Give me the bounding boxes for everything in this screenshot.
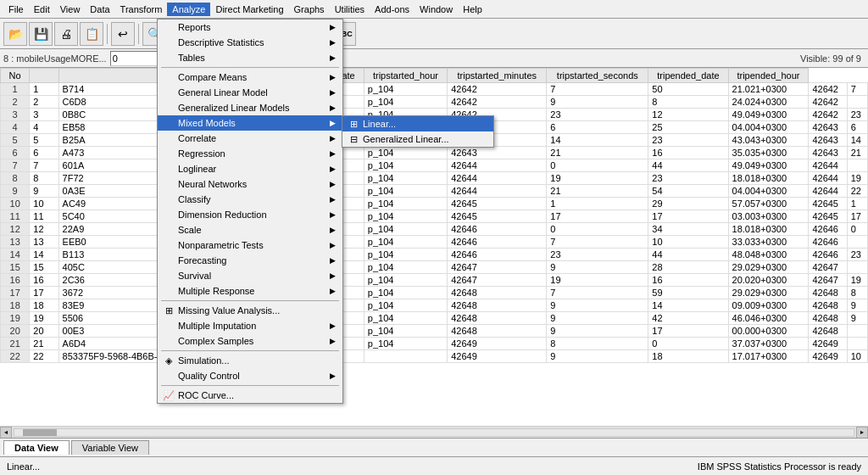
cell[interactable]: 48.048+0300 (728, 249, 809, 261)
cell[interactable]: 16 (30, 274, 58, 287)
menu-compare-means[interactable]: Compare Means ▶ (158, 70, 342, 85)
undo-button[interactable]: ↩ (111, 22, 135, 46)
cell[interactable]: 0 (648, 338, 728, 350)
cell[interactable]: 9 (547, 312, 648, 325)
cell[interactable]: 4 (30, 121, 58, 134)
cell[interactable]: p_104 (364, 223, 447, 236)
cell[interactable]: 19 (547, 274, 648, 287)
submenu-generalized-linear[interactable]: ⊟ Generalized Linear... (342, 131, 493, 147)
cell[interactable]: 42642 (809, 96, 847, 109)
menu-view[interactable]: View (55, 3, 86, 16)
menu-general-linear-model[interactable]: General Linear Model ▶ (158, 85, 342, 100)
menu-window[interactable]: Window (415, 3, 458, 16)
cell[interactable]: 57.057+0300 (728, 198, 809, 210)
cell[interactable]: 18 (30, 299, 58, 312)
cell[interactable]: 42643 (448, 147, 547, 159)
submenu-linear[interactable]: ⊞ Linear... (342, 116, 493, 131)
cell[interactable]: 49.049+0300 (728, 159, 809, 172)
cell[interactable]: 21.021+0300 (728, 83, 809, 96)
save-button[interactable]: 💾 (29, 22, 53, 46)
menu-data[interactable]: Data (85, 3, 114, 16)
cell[interactable]: p_104 (364, 185, 447, 198)
cell[interactable]: 42648 (809, 325, 847, 338)
cell[interactable]: 21 (847, 147, 867, 159)
cell[interactable]: 25 (648, 121, 728, 134)
cell[interactable]: 12 (30, 223, 58, 236)
menu-utilities[interactable]: Utilities (330, 3, 370, 16)
menu-forecasting[interactable]: Forecasting ▶ (158, 253, 342, 268)
cell[interactable]: 42644 (809, 172, 847, 185)
cell[interactable]: 16 (648, 147, 728, 159)
cell[interactable]: 6 (30, 147, 58, 159)
cell[interactable]: p_104 (364, 210, 447, 223)
cell[interactable]: 42646 (809, 223, 847, 236)
cell[interactable]: 16 (648, 274, 728, 287)
menu-loglinear[interactable]: Loglinear ▶ (158, 161, 342, 176)
cell[interactable]: 9 (847, 312, 867, 325)
cell[interactable]: 8 (847, 287, 867, 299)
cell[interactable]: 34 (648, 223, 728, 236)
cell[interactable]: 44 (648, 249, 728, 261)
cell[interactable]: 03.003+0300 (728, 210, 809, 223)
cell[interactable]: 17.017+0300 (728, 350, 809, 363)
recall-button[interactable]: 📋 (80, 22, 103, 46)
cell[interactable]: 42642 (809, 109, 847, 121)
cell[interactable]: 42644 (809, 185, 847, 198)
menu-file[interactable]: File (3, 3, 29, 16)
cell[interactable]: p_104 (364, 159, 447, 172)
menu-edit[interactable]: Edit (29, 3, 55, 16)
cell[interactable]: 14 (847, 134, 867, 147)
cell[interactable]: 09.009+0300 (728, 299, 809, 312)
cell[interactable]: 14 (648, 299, 728, 312)
cell[interactable]: 13 (30, 236, 58, 249)
cell[interactable]: 42644 (448, 172, 547, 185)
cell[interactable]: 42648 (809, 312, 847, 325)
menu-generalized-linear-models[interactable]: Generalized Linear Models ▶ (158, 100, 342, 115)
menu-transform[interactable]: Transform (115, 3, 168, 16)
menu-help[interactable]: Help (458, 3, 487, 16)
cell[interactable]: 42 (648, 312, 728, 325)
cell[interactable]: p_104 (364, 261, 447, 274)
cell[interactable]: p_104 (364, 287, 447, 299)
cell[interactable]: 0 (547, 159, 648, 172)
cell[interactable]: 42648 (448, 287, 547, 299)
cell[interactable]: 42647 (809, 274, 847, 287)
cell[interactable]: 44 (648, 159, 728, 172)
cell[interactable]: p_104 (364, 83, 447, 96)
cell[interactable]: 9 (547, 261, 648, 274)
cell[interactable]: 42644 (448, 159, 547, 172)
cell[interactable]: 22 (847, 185, 867, 198)
cell[interactable]: 42648 (809, 287, 847, 299)
cell[interactable]: 29.029+0300 (728, 287, 809, 299)
open-button[interactable]: 📂 (3, 22, 27, 46)
cell[interactable]: 18.018+0300 (728, 172, 809, 185)
menu-tables[interactable]: Tables ▶ (158, 50, 342, 65)
cell[interactable]: 42649 (448, 338, 547, 350)
cell[interactable]: 46.046+0300 (728, 312, 809, 325)
cell[interactable]: 19 (30, 312, 58, 325)
col-header-tripstarted-hour[interactable]: tripstarted_hour (364, 69, 447, 83)
cell[interactable]: 10 (847, 350, 867, 363)
cell[interactable]: 10 (30, 198, 58, 210)
cell[interactable]: 10 (648, 236, 728, 249)
menu-add-ons[interactable]: Add-ons (370, 3, 415, 16)
cell[interactable]: 23 (847, 249, 867, 261)
cell[interactable]: 35.035+0300 (728, 147, 809, 159)
col-header-no[interactable]: No (1, 69, 30, 83)
cell[interactable] (847, 325, 867, 338)
tab-data-view[interactable]: Data View (3, 440, 70, 455)
cell[interactable]: 49.049+0300 (728, 109, 809, 121)
cell[interactable]: 7 (30, 159, 58, 172)
cell[interactable]: 42646 (809, 249, 847, 261)
cell[interactable]: 21 (547, 147, 648, 159)
cell[interactable]: p_104 (364, 338, 447, 350)
menu-dimension-reduction[interactable]: Dimension Reduction ▶ (158, 207, 342, 222)
cell[interactable]: 7 (547, 287, 648, 299)
cell[interactable]: 7 (547, 236, 648, 249)
menu-quality-control[interactable]: Quality Control ▶ (158, 368, 342, 383)
col-header-tripended-hour[interactable]: tripended_hour (728, 69, 809, 83)
cell[interactable]: p_104 (364, 147, 447, 159)
cell[interactable]: 17 (547, 210, 648, 223)
menu-descriptive-statistics[interactable]: Descriptive Statistics ▶ (158, 35, 342, 50)
hscroll-left[interactable]: ◂ (0, 427, 12, 439)
